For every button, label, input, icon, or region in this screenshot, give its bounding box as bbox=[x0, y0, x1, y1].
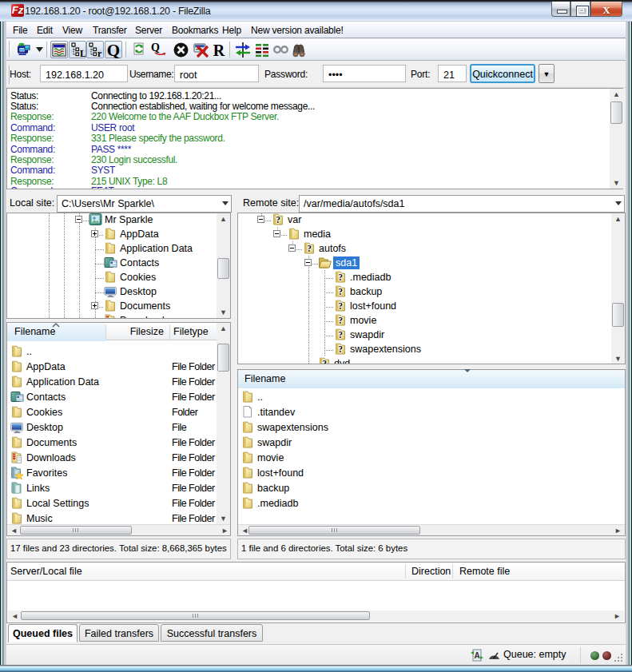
svg-text:?: ? bbox=[338, 344, 343, 354]
svg-text:r: r bbox=[97, 48, 102, 58]
svg-text:?: ? bbox=[338, 330, 343, 340]
svg-text:?: ? bbox=[276, 215, 280, 225]
svg-text:?: ? bbox=[338, 272, 343, 282]
svg-text:?: ? bbox=[322, 359, 327, 365]
svg-text:A: A bbox=[474, 651, 479, 660]
svg-text:R: R bbox=[213, 42, 225, 58]
svg-text:?: ? bbox=[338, 316, 343, 325]
svg-text:L: L bbox=[80, 48, 85, 58]
svg-text:?: ? bbox=[307, 244, 312, 253]
svg-text:Q: Q bbox=[107, 42, 120, 58]
svg-text:?: ? bbox=[338, 301, 343, 311]
svg-text:Q: Q bbox=[151, 42, 160, 54]
svg-text:?: ? bbox=[338, 287, 343, 296]
